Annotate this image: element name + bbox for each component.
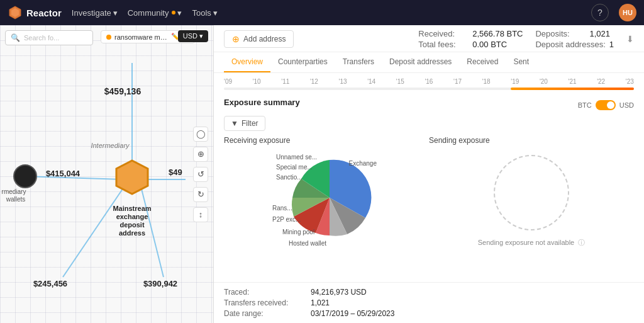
svg-text:$415,044: $415,044 [46,169,80,178]
tool-target[interactable]: ⊕ [193,147,208,162]
total-fees-value: 0.00 BTC [472,40,507,49]
label-p2p: P2P exc... [272,216,301,223]
deposit-addresses-label: Deposit addresses: [535,40,605,49]
receiving-pie-chart: Unnamed se... Special me... Sanctio... E… [270,147,383,254]
label-rans: Rans... [272,205,292,212]
search-placeholder: Search fo... [24,34,59,42]
traced-label: Traced: [224,288,306,297]
transfers-received-value: 1,021 [311,298,330,307]
tool-redo[interactable]: ↻ [193,187,208,202]
stats-header: ⊕ Add address Received: 2,566.78 BTC Tot… [214,25,644,52]
exposure-title: Exposure summary [224,98,300,107]
search-bar[interactable]: 🔍 Search fo... [5,30,93,45]
svg-text:Mainstream: Mainstream [113,205,151,212]
label-unnamed: Unnamed se... [276,154,317,161]
label-hosted: Hosted wallet [289,240,326,247]
transfers-received-row: Transfers received: 1,021 [224,298,634,307]
timeline-fill [511,88,634,90]
address-indicator [106,35,111,40]
tab-sent[interactable]: Sent [506,52,536,72]
received-stats: Received: 2,566.78 BTC Total fees: 0.00 … [418,29,523,49]
label-exchange: Exchange [349,160,377,167]
svg-text:Intermediary: Intermediary [91,142,130,149]
svg-text:wallets: wallets [6,196,26,203]
sending-title: Sending exposure [429,136,490,145]
tab-deposit-addresses[interactable]: Deposit addresses [382,52,459,72]
svg-text:$390,942: $390,942 [143,279,177,288]
label-sanctioned: Sanctio... [276,174,303,181]
tool-circle[interactable]: ◯ [193,127,208,142]
nav-tools[interactable]: Tools ▾ [192,8,217,18]
main-layout: Intermediary $459,136 $415,044 $49 $245,… [0,25,644,323]
svg-text:$245,456: $245,456 [33,279,67,288]
traced-value: 94,216,973 USD [311,288,367,297]
tab-transfers[interactable]: Transfers [335,52,382,72]
date-range-label: Date range: [224,309,306,318]
search-icon: 🔍 [11,33,20,42]
svg-text:exchange: exchange [116,213,148,220]
sending-not-available: Sending exposure not available ⓘ [478,238,586,247]
label-mining: Mining pool [282,229,314,235]
timeline-labels: '09 '10 '11 '12 '13 '14 '15 '16 '17 '18 … [224,78,634,85]
bottom-stats: Traced: 94,216,973 USD Transfers receive… [214,282,644,323]
graph-panel: Intermediary $459,136 $415,044 $49 $245,… [0,25,214,323]
svg-line-5 [63,189,123,277]
content-area: Exposure summary BTC USD ▼ Filter Receiv… [214,93,644,282]
deposit-addresses-value: 1 [609,40,614,49]
currency-toggle[interactable]: BTC USD [578,100,634,110]
graph-toolbar: ◯ ⊕ ↺ ↻ ↕ [193,127,208,222]
transfers-received-label: Transfers received: [224,298,306,307]
nav-community[interactable]: Community ▾ [128,8,182,18]
deposit-stats: Deposits: 1,021 Deposit addresses: 1 [535,29,614,49]
graph-canvas[interactable]: Intermediary $459,136 $415,044 $49 $245,… [0,25,213,323]
traced-row: Traced: 94,216,973 USD [224,288,634,297]
sending-exposure-col: Sending exposure Sending exposure not av… [429,136,634,254]
currency-badge[interactable]: USD ▾ [178,30,208,42]
user-avatar[interactable]: HU [619,4,636,21]
receiving-exposure-col: Receiving exposure [224,136,429,254]
exposure-header: Exposure summary BTC USD [224,98,634,112]
tab-bar: Overview Counterparties Transfers Deposi… [214,52,644,73]
filter-button[interactable]: ▼ Filter [224,116,265,131]
tab-received[interactable]: Received [459,52,506,72]
received-label: Received: [418,29,469,38]
address-label: ransomware mining la... [114,33,168,41]
sending-dashed-circle [494,155,569,230]
deposits-label: Deposits: [535,29,586,38]
tab-overview[interactable]: Overview [224,52,270,72]
download-icon[interactable]: ⬇ [626,34,634,44]
svg-marker-7 [116,161,148,194]
btc-usd-toggle[interactable] [596,100,616,110]
logo[interactable]: Reactor [8,5,62,20]
total-fees-label: Total fees: [418,40,469,49]
filter-icon: ▼ [231,119,238,128]
receiving-title: Receiving exposure [224,136,290,145]
svg-text:$459,136: $459,136 [104,86,142,96]
graph-svg: Intermediary $459,136 $415,044 $49 $245,… [0,25,213,323]
info-icon[interactable]: ⓘ [578,239,585,246]
date-range-value: 03/17/2019 – 05/29/2023 [311,309,394,318]
svg-text:deposit: deposit [119,221,144,229]
help-button[interactable]: ? [591,4,609,21]
brand-name: Reactor [26,8,62,18]
tab-counterparties[interactable]: Counterparties [270,52,335,72]
exposure-charts: Receiving exposure [224,136,634,254]
top-navigation: Reactor Investigate ▾ Community ▾ Tools … [0,0,644,25]
svg-text:address: address [119,229,145,237]
right-panel: ⊕ Add address Received: 2,566.78 BTC Tot… [214,25,644,323]
svg-text:$49: $49 [169,167,182,177]
svg-point-8 [14,165,36,188]
tool-arrows[interactable]: ↕ [193,207,208,222]
plus-icon: ⊕ [232,34,240,44]
svg-text:rmediary: rmediary [2,188,26,195]
date-range-row: Date range: 03/17/2019 – 05/29/2023 [224,309,634,318]
tool-undo[interactable]: ↺ [193,167,208,182]
received-value: 2,566.78 BTC [472,29,523,38]
timeline-track[interactable] [224,88,634,90]
nav-investigate[interactable]: Investigate ▾ [72,8,118,18]
community-dot [172,11,175,14]
deposits-value: 1,021 [589,29,610,38]
timeline: '09 '10 '11 '12 '13 '14 '15 '16 '17 '18 … [214,73,644,93]
label-special: Special me... [276,164,313,171]
add-address-button[interactable]: ⊕ Add address [224,30,294,48]
